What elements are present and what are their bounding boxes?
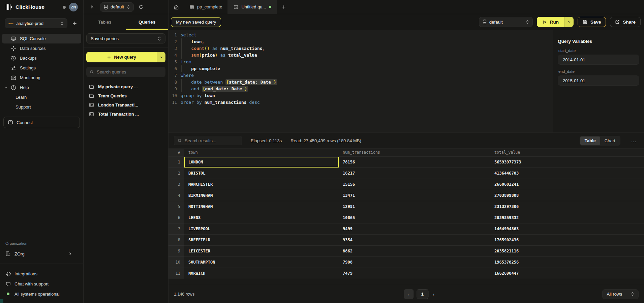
current-page[interactable]: 1 [417, 289, 428, 299]
code-line[interactable]: 5from [168, 59, 553, 65]
row-index-cell[interactable]: 9 [168, 245, 184, 256]
data-cell[interactable]: NOTTINGHAM [184, 201, 339, 212]
sidebar-item-sql-console[interactable]: SQL Console [2, 34, 81, 43]
more-options-icon[interactable]: ... [629, 136, 639, 145]
query-list-item[interactable]: My private query ... [86, 82, 165, 91]
data-cell[interactable]: 7479 [339, 268, 490, 279]
data-cell[interactable]: 2703899808 [490, 190, 644, 201]
data-cell[interactable]: 1765902436 [490, 234, 644, 245]
previous-page-button[interactable]: ‹ [404, 289, 413, 299]
data-cell[interactable]: LEICESTER [184, 245, 339, 256]
sidebar-item-settings[interactable]: Settings [2, 63, 81, 73]
data-cell[interactable]: 56593977373 [490, 156, 644, 168]
row-index-cell[interactable]: 6 [168, 212, 184, 223]
data-cell[interactable]: SHEFFIELD [184, 234, 339, 245]
share-button[interactable]: Share [610, 17, 641, 27]
add-service-button[interactable] [71, 20, 79, 27]
next-page-button[interactable]: › [431, 290, 436, 298]
query-list-item[interactable]: London Transacti... [86, 100, 165, 110]
sidebar-item-help[interactable]: Help [2, 83, 81, 92]
data-cell[interactable]: 2035821116 [490, 245, 644, 256]
code-line[interactable]: 6 pp_complete [168, 65, 553, 72]
data-cell[interactable]: 9354 [339, 234, 490, 245]
column-header-total-value[interactable]: total_value [490, 149, 644, 156]
data-cell[interactable]: 2660602241 [490, 179, 644, 190]
search-results-input[interactable] [185, 138, 238, 143]
data-cell[interactable]: 1662690447 [490, 268, 644, 279]
tab-tables[interactable]: Tables [84, 14, 126, 30]
collapse-sidebar-icon[interactable] [89, 3, 97, 11]
end-date-input[interactable] [558, 75, 639, 86]
tab-pp-complete[interactable]: pp_complete [184, 0, 228, 14]
saved-query-tab[interactable]: My new saved query [171, 17, 221, 27]
row-index-cell[interactable]: 8 [168, 234, 184, 245]
data-cell[interactable]: LONDON [184, 156, 339, 168]
saved-queries-select[interactable]: Saved queries [86, 33, 165, 43]
run-database-selector[interactable]: default [479, 17, 533, 27]
row-index-cell[interactable]: 1 [168, 156, 184, 168]
tab-queries[interactable]: Queries [126, 14, 168, 30]
data-cell[interactable]: LIVERPOOL [184, 223, 339, 234]
organization-selector[interactable]: ZOrg [2, 249, 81, 259]
sidebar-item-backups[interactable]: Backups [2, 53, 81, 63]
sidebar-item-support[interactable]: Support [2, 102, 81, 112]
data-cell[interactable]: 4136446703 [490, 168, 644, 179]
sidebar-item-learn[interactable]: Learn [2, 92, 81, 102]
sql-editor[interactable]: 1select2 town,3 count() as num_transacti… [168, 30, 553, 132]
code-line[interactable]: 1select [168, 32, 553, 38]
new-tab-button[interactable] [277, 0, 290, 14]
connect-button[interactable]: Connect [3, 117, 80, 128]
data-cell[interactable]: BRISTOL [184, 168, 339, 179]
column-header-num-transactions[interactable]: num_transactions [339, 149, 490, 156]
refresh-icon[interactable] [137, 3, 145, 11]
data-cell[interactable]: 7908 [339, 256, 490, 268]
tab-untitled-query[interactable]: Untitled qu... [228, 0, 277, 14]
new-query-button[interactable]: New query [86, 52, 157, 62]
column-header-town[interactable]: town [184, 149, 339, 156]
system-status[interactable]: All systems operational [2, 289, 81, 299]
data-cell[interactable]: 1965378256 [490, 256, 644, 268]
data-cell[interactable]: BIRMINGHAM [184, 190, 339, 201]
data-cell[interactable]: 16217 [339, 168, 490, 179]
search-queries-input[interactable] [97, 69, 162, 74]
row-index-cell[interactable]: 5 [168, 201, 184, 212]
row-index-cell[interactable]: 3 [168, 179, 184, 190]
save-button[interactable]: Save [578, 17, 606, 27]
column-header-index[interactable]: # [168, 149, 184, 156]
service-selector[interactable]: aws analytics-prod [5, 18, 67, 28]
notification-dot[interactable] [63, 6, 66, 9]
row-index-cell[interactable]: 11 [168, 268, 184, 279]
code-line[interactable]: 4 sum(price) as total_value [168, 52, 553, 59]
data-cell[interactable]: 2089859332 [490, 212, 644, 223]
data-cell[interactable]: 12981 [339, 201, 490, 212]
database-selector[interactable]: default [100, 2, 134, 12]
data-cell[interactable]: 2313297306 [490, 201, 644, 212]
data-cell[interactable]: SOUTHAMPTON [184, 256, 339, 268]
sidebar-item-chat-support[interactable]: Chat with support [2, 279, 81, 289]
code-line[interactable]: 7where [168, 72, 553, 79]
page-size-selector[interactable]: All rows [602, 289, 639, 299]
row-index-cell[interactable]: 4 [168, 190, 184, 201]
row-index-cell[interactable]: 7 [168, 223, 184, 234]
data-cell[interactable]: 15156 [339, 179, 490, 190]
query-list-item[interactable]: Team Queries [86, 91, 165, 100]
start-date-input[interactable] [558, 55, 639, 65]
data-cell[interactable]: NORWICH [184, 268, 339, 279]
data-cell[interactable]: 10865 [339, 212, 490, 223]
home-icon[interactable] [169, 0, 184, 14]
data-cell[interactable]: LEEDS [184, 212, 339, 223]
code-line[interactable]: 2 town, [168, 38, 553, 45]
query-list-item[interactable]: Total Transaction ... [86, 110, 165, 119]
data-cell[interactable]: MANCHESTER [184, 179, 339, 190]
run-button[interactable]: Run [537, 17, 564, 27]
data-cell[interactable]: 9499 [339, 223, 490, 234]
sidebar-item-data-sources[interactable]: Data sources [2, 43, 81, 53]
run-options-caret[interactable] [564, 17, 574, 27]
new-query-caret-button[interactable] [157, 52, 165, 62]
code-line[interactable]: 11order by num_transactions desc [168, 99, 553, 106]
data-cell[interactable]: 8862 [339, 245, 490, 256]
chart-view-button[interactable]: Chart [600, 137, 620, 145]
data-cell[interactable]: 13471 [339, 190, 490, 201]
row-index-cell[interactable]: 2 [168, 168, 184, 179]
code-line[interactable]: 9 and {end_date: Date } [168, 86, 553, 92]
